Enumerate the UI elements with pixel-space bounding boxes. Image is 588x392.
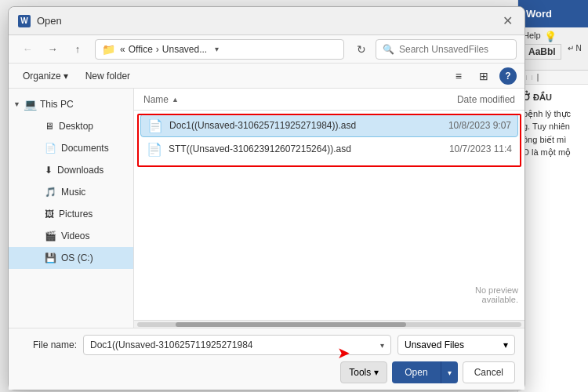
filename-label: File name: [18,339,77,350]
nav-this-pc[interactable]: ▼ 💻 This PC [9,93,133,115]
organize-button[interactable]: Organize ▾ [16,67,74,85]
help-button[interactable]: ? [499,67,517,85]
address-text: « Office › Unsaved... [120,44,207,55]
help-label: Help [523,31,541,42]
videos-icon: 🎬 [45,230,56,241]
filetype-dropdown-icon: ▾ [503,339,508,350]
music-icon: 🎵 [45,187,56,198]
arrow-indicator: ➤ [337,343,350,362]
font-sample: AaBbl [523,44,561,60]
desktop-label: Desktop [59,121,93,132]
search-bar[interactable]: 🔍 [376,39,517,60]
search-icon: 🔍 [383,44,394,55]
open-button-group: Open ▾ [392,361,457,383]
organize-chevron-icon: ▾ [64,71,68,82]
documents-label: Documents [61,143,109,154]
pictures-label: Pictures [59,209,93,220]
address-part-1: « [120,44,125,55]
content-line-1: bệnh lý thực [523,107,583,121]
cancel-button[interactable]: Cancel [463,361,515,383]
word-ribbon: Word [518,0,588,27]
file-icon-1: 📄 [147,118,163,133]
forward-button[interactable]: → [42,40,64,59]
dialog-toolbar: ← → ↑ 📁 « Office › Unsaved... ▾ ↻ 🔍 [9,35,524,64]
font-label: ↵ N [568,44,582,60]
file-date-1: 10/8/2023 9:07 [409,120,511,131]
refresh-button[interactable]: ↻ [350,40,372,59]
address-dropdown-button[interactable]: ▾ [212,45,222,53]
nav-pictures[interactable]: 🖼 Pictures [9,203,133,225]
sort-arrow-icon: ▲ [172,96,179,103]
content-line-4: D là một mộ [523,146,583,159]
file-date-2: 10/7/2023 11:4 [410,143,512,154]
lightbulb-icon: 💡 [544,31,557,42]
open-dialog: W Open ✕ ← → ↑ 📁 « Office › Unsaved... ▾… [8,6,525,390]
filetype-select[interactable]: Unsaved Files ▾ [397,335,515,355]
back-button[interactable]: ← [16,40,38,59]
open-dropdown-button[interactable]: ▾ [441,361,458,383]
word-content: Ở ĐẦU bệnh lý thực g. Tuy nhiên ông biết… [518,85,588,165]
dialog-titlebar: W Open ✕ [9,7,524,35]
view-list-button[interactable]: ≡ [449,67,468,85]
downloads-label: Downloads [57,165,103,176]
address-bar[interactable]: 📁 « Office › Unsaved... ▾ [95,39,344,60]
file-name-1: Doc1((Unsaved-310625711925271984)).asd [169,120,403,131]
up-button[interactable]: ↑ [67,40,89,59]
folder-icon: 📁 [102,43,115,56]
nav-videos[interactable]: 🎬 Videos [9,225,133,247]
os-c-icon: 💾 [45,252,56,263]
this-pc-icon: 💻 [24,98,37,111]
scrollbar-thumb [176,322,406,327]
videos-label: Videos [61,230,89,241]
dialog-body: ▼ 💻 This PC 🖥 Desktop 📄 Documents ⬇ Down… [9,89,524,328]
filename-row: File name: Doc1((Unsaved-310625711925271… [18,335,515,355]
word-ruler [518,71,588,85]
tools-button[interactable]: Tools ▾ [340,361,387,383]
file-name-2: STT((Unsaved-310623912607215264)).asd [169,143,404,154]
dialog-title-text: Open [37,15,493,27]
dialog-bottom: File name: Doc1((Unsaved-310625711925271… [9,328,524,390]
file-item-2[interactable]: 📄 STT((Unsaved-310623912607215264)).asd … [140,137,518,161]
music-label: Music [61,187,85,198]
filename-value: Doc1((Unsaved-310625711925271984 [90,339,253,350]
file-item-1[interactable]: 📄 Doc1((Unsaved-310625711925271984)).asd… [140,114,518,137]
nav-documents[interactable]: 📄 Documents [9,137,133,159]
documents-icon: 📄 [45,143,56,154]
filetype-value: Unsaved Files [405,339,464,350]
os-c-label: OS (C:) [61,252,93,263]
desktop-icon: 🖥 [45,121,54,132]
col-name-header: Name ▲ [143,94,405,105]
new-folder-button[interactable]: New folder [79,67,136,85]
word-toolbar: Help 💡 AaBbl ↵ N [518,27,588,71]
content-line-3: ông biết mì [523,133,583,147]
nav-panel: ▼ 💻 This PC 🖥 Desktop 📄 Documents ⬇ Down… [9,89,134,328]
content-title: Ở ĐẦU [523,91,583,104]
dialog-commandbar: Organize ▾ New folder ≡ ⊞ ? [9,64,524,89]
scrollbar-track [137,322,521,327]
search-input[interactable] [399,44,510,55]
address-sep: › [156,44,159,55]
nav-desktop[interactable]: 🖥 Desktop [9,115,133,137]
this-pc-label: This PC [40,99,74,110]
view-details-button[interactable]: ⊞ [473,67,495,85]
col-modified-header: Date modified [405,94,515,105]
dialog-close-button[interactable]: ✕ [499,13,515,29]
nav-downloads[interactable]: ⬇ Downloads [9,159,133,181]
expand-icon: ▼ [13,100,20,108]
nav-music[interactable]: 🎵 Music [9,181,133,203]
file-icon-2: 📄 [147,142,162,157]
address-office: Office [129,44,153,55]
downloads-icon: ⬇ [45,165,53,176]
open-button[interactable]: Open [392,361,440,383]
tools-dropdown-icon: ▾ [374,367,379,378]
nav-os-c[interactable]: 💾 OS (C:) [9,247,133,269]
address-unsaved: Unsaved... [162,44,207,55]
filename-dropdown-button[interactable]: ▾ [380,341,384,350]
content-line-2: g. Tuy nhiên [523,120,583,133]
file-list: 📄 Doc1((Unsaved-310625711925271984)).asd… [134,111,524,320]
scrollbar-area[interactable] [134,320,524,328]
pictures-icon: 🖼 [45,209,54,220]
file-list-header: Name ▲ Date modified [134,89,524,111]
word-title: Word [526,8,552,20]
file-panel: Name ▲ Date modified 📄 Doc1((Unsaved-310… [134,89,524,328]
